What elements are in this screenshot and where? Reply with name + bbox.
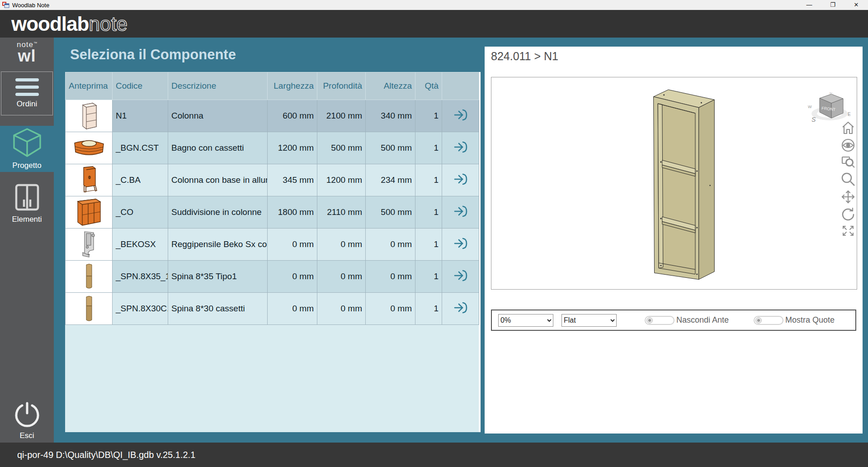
table-row[interactable]: _BEKOSX Reggipensile Beko Sx con ... 0 m… xyxy=(66,229,479,261)
home-icon[interactable] xyxy=(841,121,855,135)
open-component-button[interactable] xyxy=(453,268,468,283)
sidebar-logo: note™ wl xyxy=(0,40,54,63)
open-component-button[interactable] xyxy=(453,139,468,155)
table-row[interactable]: _SPN.8X35_1 Spina 8*35 Tipo1 0 mm 0 mm 0… xyxy=(66,261,479,293)
zoom-window-icon[interactable] xyxy=(841,155,855,169)
table-row[interactable]: N1 Colonna 600 mm 2100 mm 340 mm 1 xyxy=(66,100,479,132)
cell-larghezza: 1200 mm xyxy=(268,132,317,164)
open-component-button[interactable] xyxy=(453,236,468,251)
cell-larghezza: 345 mm xyxy=(268,164,317,196)
preview-bracket-icon xyxy=(78,230,100,259)
cell-codice: _CO xyxy=(113,196,168,229)
pan-icon[interactable] xyxy=(841,190,855,204)
minimize-button[interactable]: — xyxy=(797,0,821,10)
sidebar-logo-wl: wl xyxy=(0,49,54,63)
cell-codice: _BGN.CST xyxy=(113,132,168,164)
col-descrizione[interactable]: Descrizione xyxy=(168,72,268,100)
cell-descrizione: Suddivisione in colonne xyxy=(168,196,268,229)
cube-icon xyxy=(12,128,42,157)
table-row[interactable]: _BGN.CST Bagno con cassetti 1200 mm 500 … xyxy=(66,132,479,164)
cell-descrizione: Colonna xyxy=(168,100,268,132)
close-button[interactable]: ✕ xyxy=(844,0,868,10)
viewer-controls: 0% Flat Nascondi Ante Mostra Quote xyxy=(491,310,856,331)
eye-icon[interactable] xyxy=(841,138,855,152)
cube-north-label: N xyxy=(830,91,832,95)
sidebar-item-ordini[interactable]: Ordini xyxy=(1,71,53,115)
cell-qta: 1 xyxy=(415,100,442,132)
toggle-nascondi-ante[interactable] xyxy=(645,316,675,325)
cell-descrizione: Colonna con base in allumi... xyxy=(168,164,268,196)
cell-descrizione: Spina 8*35 Tipo1 xyxy=(168,261,268,293)
col-qta[interactable]: Qtà xyxy=(415,72,442,100)
open-component-button[interactable] xyxy=(453,107,468,123)
brand-logo: woodlabnote xyxy=(11,14,127,34)
col-codice[interactable]: Codice xyxy=(113,72,168,100)
toggle-mostra-quote[interactable] xyxy=(754,316,783,325)
cell-qta: 1 xyxy=(415,261,442,293)
cell-codice: _C.BA xyxy=(113,164,168,196)
cell-qta: 1 xyxy=(415,132,442,164)
open-component-button[interactable] xyxy=(453,300,468,315)
breadcrumb: 824.011 > N1 xyxy=(491,50,558,63)
col-profondita[interactable]: Profondità xyxy=(317,72,366,100)
cell-descrizione: Spina 8*30 cassetti xyxy=(168,293,268,325)
table-row[interactable]: _CO Suddivisione in colonne 1800 mm 2110… xyxy=(66,196,479,229)
col-anteprima[interactable]: Anteprima xyxy=(66,72,113,100)
status-text: qi-por-49 D:\Quality\DB\QI_IB.gdb v.25.1… xyxy=(17,450,195,460)
brand-note: note xyxy=(89,13,127,35)
viewport-3d[interactable]: FRONT S E W N xyxy=(491,77,857,290)
open-component-button[interactable] xyxy=(453,172,468,187)
app-header: woodlabnote xyxy=(0,10,868,38)
cell-larghezza: 600 mm xyxy=(268,100,317,132)
cell-codice: N1 xyxy=(113,100,168,132)
col-larghezza[interactable]: Larghezza xyxy=(268,72,317,100)
toggle-label-mostra-quote: Mostra Quote xyxy=(785,315,835,325)
brand-woodlab: woodlab xyxy=(11,13,89,35)
cell-codice: _SPN.8X35_1 xyxy=(113,261,168,293)
cell-descrizione: Bagno con cassetti xyxy=(168,132,268,164)
open-component-button[interactable] xyxy=(453,204,468,219)
sidebar-item-label: Ordini xyxy=(17,100,37,109)
rotate-icon[interactable] xyxy=(841,207,855,222)
cell-altezza: 500 mm xyxy=(366,196,415,229)
app-icon xyxy=(2,2,9,8)
cabinet-icon xyxy=(14,183,40,211)
sidebar-item-elementi[interactable]: Elementi xyxy=(1,180,53,227)
cell-altezza: 0 mm xyxy=(366,229,415,261)
cell-qta: 1 xyxy=(415,293,442,325)
orientation-cube[interactable]: FRONT S E W N xyxy=(808,91,853,124)
component-table-container: Anteprima Codice Descrizione Larghezza P… xyxy=(65,72,481,432)
preview-dowel-icon xyxy=(85,262,94,291)
sidebar-item-progetto[interactable]: Progetto xyxy=(0,126,54,172)
render-mode-select[interactable]: Flat xyxy=(561,314,617,327)
table-row[interactable]: _C.BA Colonna con base in allumi... 345 … xyxy=(66,164,479,196)
power-icon xyxy=(14,401,40,428)
cell-profondita: 1200 mm xyxy=(317,164,366,196)
zoom-percent-select[interactable]: 0% xyxy=(498,314,553,327)
table-row[interactable]: _SPN.8X30C... Spina 8*30 cassetti 0 mm 0… xyxy=(66,293,479,325)
preview-wardrobe-icon xyxy=(75,198,103,227)
cell-altezza: 340 mm xyxy=(366,100,415,132)
sidebar-item-esci[interactable]: Esci xyxy=(1,399,53,443)
component-table: Anteprima Codice Descrizione Larghezza P… xyxy=(65,72,479,325)
sidebar-item-label: Esci xyxy=(19,431,34,440)
cell-larghezza: 0 mm xyxy=(268,293,317,325)
cell-qta: 1 xyxy=(415,164,442,196)
preview-colonna-base-icon xyxy=(79,166,99,195)
cube-west-label: W xyxy=(808,105,812,109)
toggle-knob xyxy=(646,317,653,324)
zoom-icon[interactable] xyxy=(841,172,855,186)
cell-altezza: 500 mm xyxy=(366,132,415,164)
cell-larghezza: 1800 mm xyxy=(268,196,317,229)
viewer-toolbar xyxy=(840,121,856,240)
col-altezza[interactable]: Altezza xyxy=(366,72,415,100)
sidebar-item-label: Elementi xyxy=(12,215,42,224)
cube-east-label: E xyxy=(848,112,851,117)
viewer-panel: 824.011 > N1 xyxy=(485,47,863,434)
status-bar: qi-por-49 D:\Quality\DB\QI_IB.gdb v.25.1… xyxy=(0,443,868,467)
cell-profondita: 0 mm xyxy=(317,261,366,293)
cell-descrizione: Reggipensile Beko Sx con ... xyxy=(168,229,268,261)
sidebar-logo-tm: ™ xyxy=(33,41,37,45)
restore-button[interactable]: ❐ xyxy=(821,0,844,10)
fullscreen-icon[interactable] xyxy=(842,225,854,237)
